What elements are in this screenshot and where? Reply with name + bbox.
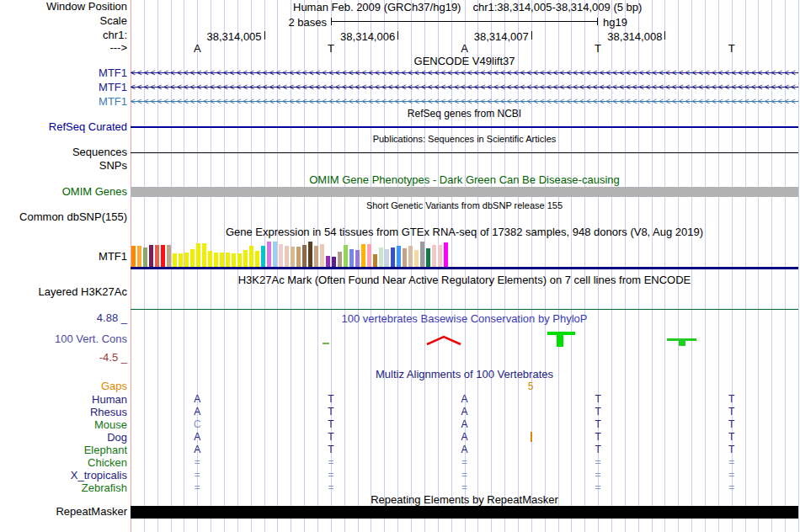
dbsnp-label[interactable]: Common dbSNP(155) bbox=[0, 211, 127, 222]
gene-chevrons-left[interactable]: <<<<<<<<<<<<<<<<<<<<<<<<<<<<<<<<<<<<<<<<… bbox=[131, 82, 798, 93]
gtex-tissue-bar[interactable] bbox=[338, 252, 342, 268]
gtex-tissue-bar[interactable] bbox=[220, 253, 224, 268]
species-label[interactable]: X_tropicalis bbox=[0, 469, 127, 481]
alignment-base: = bbox=[189, 481, 205, 493]
gtex-tissue-bar[interactable] bbox=[184, 253, 189, 268]
gencode-gene-label[interactable]: MTF1 bbox=[0, 82, 127, 93]
grid-line bbox=[558, 0, 559, 532]
repeatmasker-label[interactable]: RepeatMasker bbox=[0, 506, 127, 517]
gene-chevrons-left[interactable]: <<<<<<<<<<<<<<<<<<<<<<<<<<<<<<<<<<<<<<<<… bbox=[131, 67, 798, 78]
species-label[interactable]: Chicken bbox=[0, 456, 127, 469]
gtex-tissue-bar[interactable] bbox=[131, 246, 136, 268]
grid-line bbox=[705, 0, 706, 532]
gtex-tissue-bar[interactable] bbox=[432, 245, 436, 268]
alignment-base: T bbox=[323, 418, 339, 430]
species-label[interactable]: Human bbox=[0, 393, 127, 406]
gtex-tissue-bar[interactable] bbox=[137, 246, 141, 268]
alignment-base: = bbox=[723, 469, 740, 481]
h3k27ac-label[interactable]: Layered H3K27Ac bbox=[0, 286, 127, 297]
gtex-tissue-bar[interactable] bbox=[173, 253, 177, 268]
sequences-track-line[interactable] bbox=[131, 152, 798, 153]
gtex-tissue-bar[interactable] bbox=[202, 243, 206, 268]
omim-gray-bar[interactable] bbox=[131, 187, 798, 197]
gtex-tissue-bar[interactable] bbox=[314, 246, 318, 268]
alignment-base: = bbox=[323, 469, 339, 481]
gtex-tissue-bar[interactable] bbox=[226, 253, 230, 268]
grid-line bbox=[584, 0, 585, 532]
gtex-tissue-bar[interactable] bbox=[237, 253, 242, 268]
alignment-base: T bbox=[323, 431, 339, 443]
omim-genes-label[interactable]: OMIM Genes bbox=[0, 186, 127, 197]
gtex-tissue-bar[interactable] bbox=[438, 245, 442, 268]
gtex-tissue-bar[interactable] bbox=[261, 246, 265, 268]
gtex-tissue-bar[interactable] bbox=[196, 243, 200, 268]
gtex-tissue-bar[interactable] bbox=[285, 246, 289, 268]
sequences-label[interactable]: Sequences bbox=[0, 146, 127, 157]
gtex-tissue-bar[interactable] bbox=[385, 249, 389, 268]
gtex-tissue-bar[interactable] bbox=[273, 242, 277, 268]
gtex-gene-label[interactable]: MTF1 bbox=[0, 251, 127, 262]
grid-line bbox=[531, 0, 532, 532]
gtex-tissue-bar[interactable] bbox=[420, 242, 424, 268]
gtex-tissue-bar[interactable] bbox=[267, 242, 271, 268]
species-label[interactable]: Mouse bbox=[0, 418, 127, 431]
gtex-tissue-bar[interactable] bbox=[349, 249, 354, 268]
snps-label[interactable]: SNPs bbox=[0, 160, 127, 171]
gtex-tissue-bar[interactable] bbox=[155, 245, 159, 268]
repeatmasker-bar[interactable] bbox=[131, 506, 798, 519]
species-label[interactable]: Elephant bbox=[0, 444, 127, 456]
gtex-tissue-bar[interactable] bbox=[143, 247, 147, 268]
coordinate-tick bbox=[264, 31, 265, 40]
gtex-tissue-bar[interactable] bbox=[397, 246, 401, 268]
gtex-tissue-bar[interactable] bbox=[161, 245, 165, 268]
gtex-tissue-bar[interactable] bbox=[291, 247, 295, 268]
gtex-tissue-bar[interactable] bbox=[149, 245, 153, 268]
gtex-tissue-bar[interactable] bbox=[344, 245, 348, 268]
grid-line bbox=[171, 0, 172, 532]
gtex-tissue-bar[interactable] bbox=[379, 247, 383, 268]
gtex-tissue-bar[interactable] bbox=[243, 250, 248, 268]
gtex-tissue-bar[interactable] bbox=[426, 248, 430, 268]
gtex-tissue-bar[interactable] bbox=[255, 251, 259, 268]
gtex-tissue-bar[interactable] bbox=[279, 244, 283, 268]
grid-line bbox=[477, 0, 478, 532]
gtex-tissue-bar[interactable] bbox=[208, 251, 212, 268]
grid-line bbox=[638, 0, 639, 532]
alignment-base: = bbox=[323, 481, 339, 493]
gtex-tissue-bar[interactable] bbox=[403, 248, 407, 268]
refseq-curated-label[interactable]: RefSeq Curated bbox=[0, 121, 127, 132]
gtex-tissue-bar[interactable] bbox=[296, 247, 301, 268]
gtex-tissue-bar[interactable] bbox=[190, 249, 195, 268]
gtex-tissue-bar[interactable] bbox=[308, 242, 312, 268]
gtex-tissue-bar[interactable] bbox=[179, 253, 183, 268]
vertcons-label[interactable]: 100 Vert. Cons bbox=[0, 333, 127, 344]
gtex-tissue-bar[interactable] bbox=[355, 250, 360, 268]
gtex-tissue-bar[interactable] bbox=[373, 254, 377, 268]
gtex-tissue-bar[interactable] bbox=[391, 247, 395, 268]
gtex-tissue-bar[interactable] bbox=[232, 253, 236, 268]
gtex-tissue-bar[interactable] bbox=[444, 242, 448, 268]
h3k27ac-title: H3K27Ac Mark (Often Found Near Active Re… bbox=[131, 274, 798, 285]
gtex-tissue-bar[interactable] bbox=[302, 245, 307, 268]
h3k27ac-baseline[interactable] bbox=[131, 309, 798, 310]
gtex-tissue-bar[interactable] bbox=[367, 244, 371, 268]
gene-chevrons-left[interactable]: <<<<<<<<<<<<<<<<<<<<<<<<<<<<<<<<<<<<<<<<… bbox=[131, 96, 798, 107]
species-label[interactable]: Dog bbox=[0, 431, 127, 444]
refseq-track-line[interactable] bbox=[131, 126, 798, 128]
species-label[interactable]: Zebrafish bbox=[0, 481, 127, 494]
gtex-title: Gene Expression in 54 tissues from GTEx … bbox=[131, 226, 798, 237]
gtex-tissue-bar[interactable] bbox=[408, 246, 413, 268]
gencode-gene-label[interactable]: MTF1 bbox=[0, 96, 127, 107]
gaps-label[interactable]: Gaps bbox=[0, 380, 127, 391]
gtex-tissue-bar[interactable] bbox=[414, 250, 419, 268]
gtex-tissue-bar[interactable] bbox=[167, 245, 171, 268]
gtex-tissue-bar[interactable] bbox=[214, 253, 218, 268]
gtex-tissue-bar[interactable] bbox=[361, 244, 365, 268]
species-label[interactable]: Rhesus bbox=[0, 406, 127, 418]
gtex-tissue-bar[interactable] bbox=[326, 256, 330, 268]
gtex-tissue-bar[interactable] bbox=[249, 246, 253, 268]
gencode-gene-label[interactable]: MTF1 bbox=[0, 67, 127, 78]
grid-line bbox=[798, 0, 799, 532]
grid-line bbox=[785, 0, 786, 532]
gtex-tissue-bar[interactable] bbox=[320, 244, 324, 268]
